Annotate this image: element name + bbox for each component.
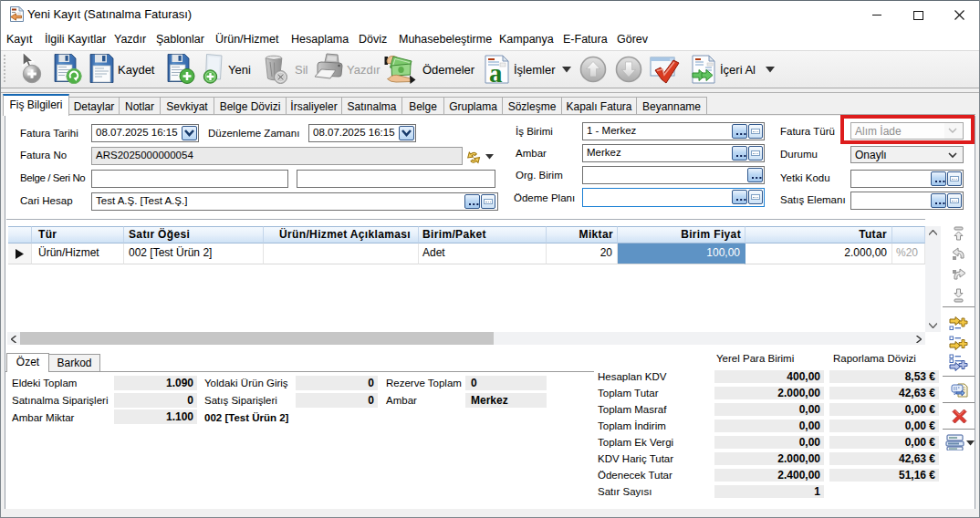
svg-text:a: a (489, 58, 503, 85)
